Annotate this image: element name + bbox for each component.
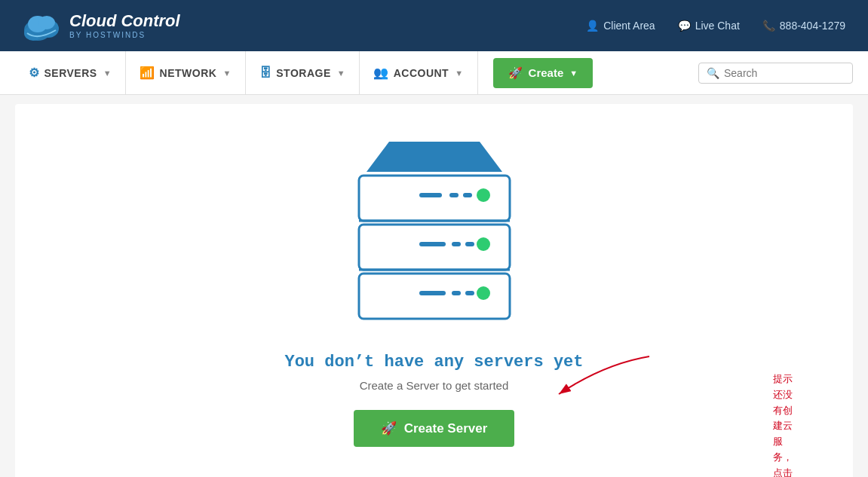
header: Cloud Control BY HOSTWINDS 👤 Client Area… [0,0,868,51]
svg-point-22 [477,286,490,300]
account-icon: 👥 [373,66,389,80]
svg-point-11 [477,188,490,202]
empty-subtitle: Create a Server to get started [360,379,509,392]
nav-account[interactable]: 👥 ACCOUNT ▼ [360,51,477,95]
svg-rect-9 [449,193,459,197]
annotation-text: 提示还没有创建云服务，点击这里创建服务 [773,372,793,477]
search-wrapper: 🔍 [698,63,853,84]
logo-sub: BY HOSTWINDS [69,31,180,39]
svg-rect-21 [465,291,474,295]
logo-text: Cloud Control BY HOSTWINDS [69,12,180,38]
svg-rect-16 [465,242,474,246]
storage-icon: 🗄 [259,66,272,80]
svg-point-4 [38,16,55,29]
header-nav: 👤 Client Area 💬 Live Chat 📞 888-404-1279 [586,20,845,32]
servers-icon: ⚙ [29,66,40,80]
network-chevron-icon: ▼ [222,69,231,78]
create-chevron-icon: ▼ [569,69,578,78]
svg-rect-8 [419,193,442,197]
svg-marker-5 [367,142,502,172]
svg-rect-15 [452,242,461,246]
servers-chevron-icon: ▼ [103,69,112,78]
rocket-icon: 🚀 [508,66,523,80]
create-button[interactable]: 🚀 Create ▼ [493,58,593,88]
live-chat-link[interactable]: 💬 Live Chat [678,20,740,32]
navbar: ⚙ SERVERS ▼ 📶 NETWORK ▼ 🗄 STORAGE ▼ 👥 AC… [0,51,868,95]
server-illustration [344,134,525,330]
svg-rect-19 [419,291,446,295]
search-icon: 🔍 [707,67,719,79]
nav-servers[interactable]: ⚙ SERVERS ▼ [15,51,126,95]
svg-rect-14 [419,242,446,246]
logo-title: Cloud Control [69,12,180,30]
nav-storage[interactable]: 🗄 STORAGE ▼ [246,51,360,95]
create-server-rocket-icon: 🚀 [381,420,397,436]
phone-icon: 📞 [762,20,775,32]
client-area-link[interactable]: 👤 Client Area [586,20,655,32]
chat-icon: 💬 [678,20,691,32]
user-icon: 👤 [586,20,599,32]
main-content: You don’t have any servers yet Create a … [15,104,853,477]
network-icon: 📶 [140,66,155,80]
create-server-button[interactable]: 🚀 Create Server [354,410,515,447]
account-chevron-icon: ▼ [455,69,463,78]
nav-network[interactable]: 📶 NETWORK ▼ [126,51,246,95]
logo-icon [23,8,62,44]
annotation-arrow-svg [514,349,664,409]
svg-point-17 [477,237,490,251]
phone-link[interactable]: 📞 888-404-1279 [762,20,845,32]
storage-chevron-icon: ▼ [337,69,345,78]
logo-area: Cloud Control BY HOSTWINDS [23,8,180,44]
svg-rect-10 [463,193,472,197]
svg-rect-20 [452,291,461,295]
search-input[interactable] [724,67,845,79]
